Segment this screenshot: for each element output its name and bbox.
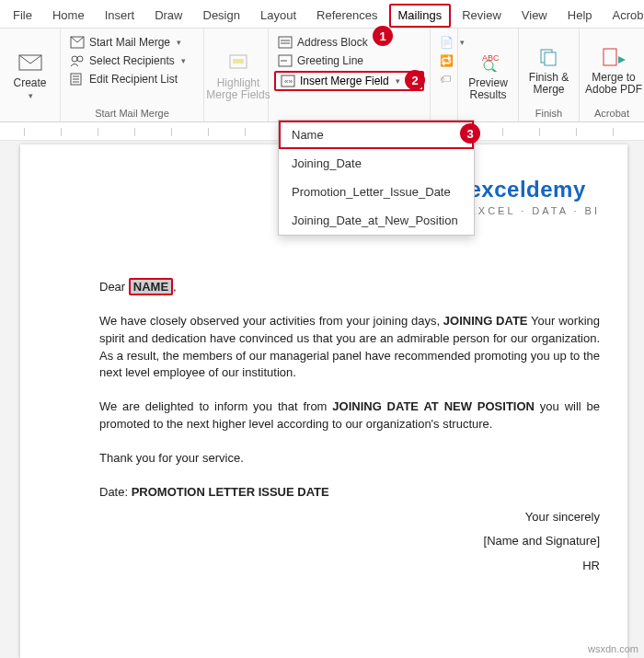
svg-rect-9 [233, 59, 244, 63]
acrobat-label: Merge to Adobe PDF [585, 72, 642, 96]
insert-merge-field-label: Insert Merge Field [300, 75, 389, 87]
match-icon: 🔁 [440, 54, 454, 67]
group-label-acrobat: Acrobat [585, 106, 638, 121]
svg-line-18 [492, 69, 497, 72]
merge-field-option-name[interactable]: Name [279, 121, 474, 149]
tab-insert[interactable]: Insert [96, 4, 144, 28]
tab-home[interactable]: Home [43, 4, 94, 28]
thanks-line: Thank you for your service. [99, 450, 600, 468]
select-recipients-button[interactable]: Select Recipients▾ [66, 52, 190, 69]
create-button[interactable]: Create▾ [6, 30, 54, 117]
svg-marker-23 [618, 56, 626, 63]
finish-label: Finish & Merge [529, 72, 569, 96]
svg-rect-21 [545, 52, 556, 65]
merge-field-option-new-position[interactable]: Joining_Date_at_New_Position [279, 206, 474, 235]
insert-merge-field-button[interactable]: «» Insert Merge Field ▾ [274, 71, 424, 91]
menu-bar: File Home Insert Draw Design Layout Refe… [0, 0, 644, 29]
source-tag: wsxdn.com [588, 643, 638, 654]
tab-design[interactable]: Design [194, 4, 249, 28]
group-start-mail-merge: Start Mail Merge▾ Select Recipients▾ Edi… [61, 29, 204, 121]
preview-icon: ABC [477, 50, 500, 75]
merge-field-option-promotion-letter[interactable]: Promotion_Letter_Issue_Date [279, 178, 474, 206]
merge-field-option-joining-date[interactable]: Joining_Date [279, 149, 474, 178]
callout-1: 1 [373, 26, 393, 46]
highlight-icon [228, 50, 248, 75]
start-mail-merge-button[interactable]: Start Mail Merge▾ [66, 34, 190, 51]
finish-merge-button[interactable]: Finish & Merge [524, 30, 573, 106]
paragraph-1: We have closely observed your activities… [99, 313, 600, 382]
preview-label: Preview Results [468, 77, 508, 101]
group-finish: Finish & Merge Finish [519, 29, 580, 121]
address-block-icon [278, 36, 293, 49]
greeting-line-icon [278, 54, 293, 67]
select-recipients-label: Select Recipients [89, 54, 175, 67]
tab-file[interactable]: File [4, 4, 41, 28]
address-block-label: Address Block [297, 36, 368, 49]
mailmerge-icon [70, 36, 85, 49]
tab-draw[interactable]: Draw [145, 4, 191, 28]
address-block-button[interactable]: Address Block [274, 34, 424, 51]
callout-2: 2 [405, 70, 425, 90]
preview-results-button[interactable]: ABC Preview Results [464, 30, 512, 117]
tab-help[interactable]: Help [558, 4, 602, 28]
create-label: Create [13, 76, 46, 89]
date-line: Date: PROMOTION LETTER ISSUE DATE [99, 484, 600, 502]
watermark-brand: exceldemy [469, 174, 601, 206]
merge-field-name[interactable]: NAME [129, 278, 173, 295]
group-label-start: Start Mail Merge [66, 106, 198, 121]
group-create: Create▾ [0, 29, 61, 121]
group-rules: 📄▾ 🔁 🏷 [431, 29, 458, 121]
group-acrobat: Merge to Adobe PDF Acrobat [580, 29, 644, 121]
p1a: We have closely observed your activities… [99, 314, 443, 328]
group-label-create [6, 117, 54, 121]
date-field: PROMOTION LETTER ISSUE DATE [132, 485, 329, 499]
highlight-merge-fields-button[interactable]: Highlight Merge Fields [210, 30, 267, 117]
tab-view[interactable]: View [512, 4, 557, 28]
edit-recipient-list-label: Edit Recipient List [89, 73, 178, 86]
tab-acrobat[interactable]: Acrobat [604, 4, 644, 28]
paragraph-2: We are delighted to inform you that from… [99, 398, 600, 433]
edit-recipient-list-button[interactable]: Edit Recipient List [66, 71, 190, 87]
group-highlight: Highlight Merge Fields [204, 29, 269, 121]
letter-body: Dear NAME, We have closely observed your… [99, 279, 600, 575]
watermark-tag: EXCEL · DATA · BI [469, 204, 601, 219]
tab-mailings[interactable]: Mailings [389, 4, 452, 28]
merge-field-dropdown: Name Joining_Date Promotion_Letter_Issue… [278, 120, 475, 236]
edit-list-icon [70, 73, 85, 86]
labels-icon: 🏷 [440, 73, 451, 86]
start-mail-merge-label: Start Mail Merge [89, 36, 170, 49]
chevron-down-icon: ▾ [396, 76, 400, 86]
insert-field-icon: «» [281, 75, 295, 87]
greeting-line-button[interactable]: Greeting Line [274, 52, 424, 69]
finish-icon [538, 44, 560, 70]
signoff-2: [Name and Signature] [99, 533, 600, 550]
ribbon: Create▾ Start Mail Merge▾ Select Recipie… [0, 29, 644, 122]
svg-rect-10 [279, 37, 292, 48]
signoff-1: Your sincerely [99, 509, 600, 526]
p2a: We are delighted to inform you that from [99, 399, 332, 413]
group-preview: ABC Preview Results [458, 29, 519, 121]
pdf-icon [602, 44, 626, 70]
tab-references[interactable]: References [307, 4, 386, 28]
signoff-3: HR [99, 558, 600, 575]
rules-icon: 📄 [440, 36, 454, 49]
greeting-line-label: Greeting Line [297, 54, 363, 67]
tab-review[interactable]: Review [453, 4, 511, 28]
tab-layout[interactable]: Layout [251, 4, 305, 28]
group-label-finish: Finish [524, 106, 573, 121]
highlight-label: Highlight Merge Fields [206, 77, 270, 101]
svg-point-3 [77, 56, 83, 62]
p2-field: JOINING DATE AT NEW POSITION [332, 399, 535, 413]
svg-point-2 [72, 56, 77, 62]
svg-text:«»: «» [284, 77, 293, 86]
watermark: exceldemy EXCEL · DATA · BI [469, 174, 601, 219]
salutation-line: Dear NAME, [99, 279, 600, 296]
callout-3: 3 [460, 123, 480, 144]
svg-text:ABC: ABC [482, 53, 500, 63]
svg-rect-22 [604, 49, 616, 65]
salutation-pre: Dear [99, 280, 129, 294]
people-icon [70, 54, 85, 67]
envelope-icon [18, 50, 42, 75]
merge-to-pdf-button[interactable]: Merge to Adobe PDF [585, 30, 642, 106]
date-pre: Date: [99, 485, 132, 499]
